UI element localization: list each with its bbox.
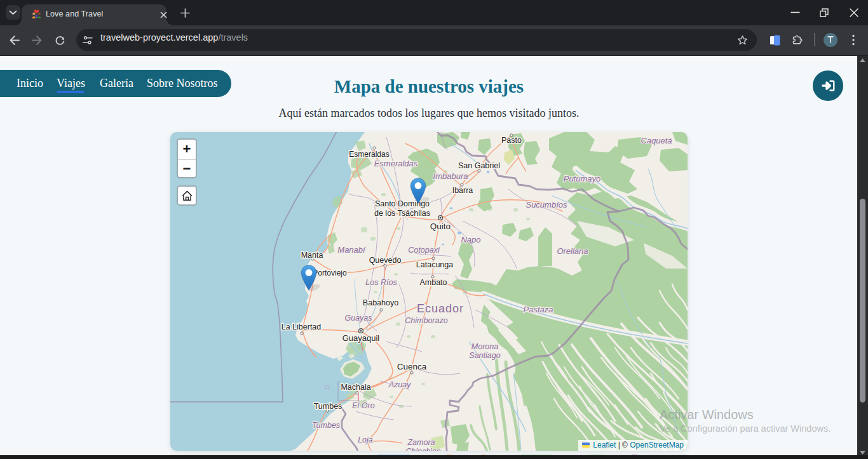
svg-text:de los Tsáchilas: de los Tsáchilas	[374, 209, 430, 218]
svg-text:Sucumbíos: Sucumbíos	[526, 200, 567, 210]
svg-text:Napo: Napo	[461, 235, 480, 244]
svg-text:Quevedo: Quevedo	[369, 256, 402, 265]
svg-text:Guayas: Guayas	[344, 314, 372, 323]
svg-text:Loja: Loja	[358, 436, 373, 444]
svg-text:Ecuador: Ecuador	[417, 302, 464, 315]
svg-text:Los Ríos: Los Ríos	[365, 278, 397, 287]
svg-text:Cuenca: Cuenca	[397, 362, 427, 371]
svg-text:Machala: Machala	[341, 383, 370, 392]
svg-text:Tumbes: Tumbes	[314, 402, 342, 411]
svg-text:Manabí: Manabí	[337, 245, 366, 255]
svg-text:Tumbes: Tumbes	[312, 421, 340, 430]
svg-text:San Gabriel: San Gabriel	[458, 161, 500, 170]
svg-text:Imbabura: Imbabura	[433, 171, 468, 181]
svg-text:Santiago: Santiago	[469, 351, 500, 360]
svg-text:Orellana: Orellana	[557, 246, 588, 256]
svg-text:Azuay: Azuay	[388, 380, 411, 389]
svg-text:Morona: Morona	[471, 342, 498, 351]
svg-text:Pastaza: Pastaza	[524, 305, 553, 314]
svg-text:Chinchipe: Chinchipe	[405, 447, 441, 451]
svg-text:Chimborazo: Chimborazo	[405, 316, 447, 325]
svg-text:La Libertad: La Libertad	[281, 323, 322, 331]
svg-text:Babahoyo: Babahoyo	[363, 298, 398, 307]
svg-text:Caquetá: Caquetá	[641, 136, 672, 145]
svg-text:Zamora: Zamora	[407, 438, 435, 447]
svg-text:El Oro: El Oro	[352, 401, 374, 410]
svg-text:Cotopaxi: Cotopaxi	[408, 246, 440, 255]
svg-text:Portoviejo: Portoviejo	[313, 269, 347, 277]
svg-text:Latacunga: Latacunga	[416, 260, 453, 269]
svg-text:Ibarra: Ibarra	[452, 186, 473, 195]
svg-text:Esmeraldas: Esmeraldas	[349, 150, 389, 159]
svg-text:Pasto: Pasto	[501, 136, 522, 145]
svg-text:Quito: Quito	[430, 222, 451, 231]
svg-text:Manta: Manta	[301, 251, 323, 260]
svg-text:Ambato: Ambato	[419, 278, 447, 287]
svg-text:Putumayo: Putumayo	[564, 174, 601, 183]
svg-text:Guayaquil: Guayaquil	[342, 333, 380, 343]
svg-text:Esmeraldas: Esmeraldas	[374, 159, 418, 168]
